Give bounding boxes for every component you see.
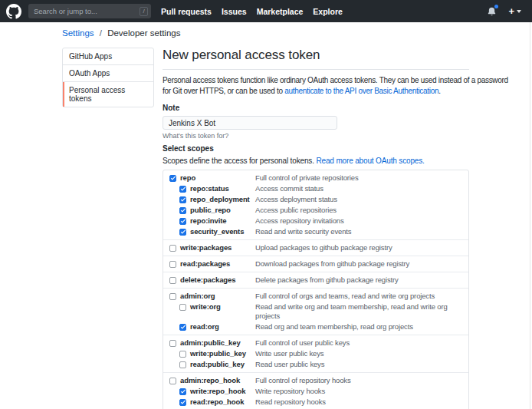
scope-sub-row: write:orgRead and write org and team mem… — [163, 302, 468, 322]
page-right-border — [530, 22, 530, 409]
breadcrumb-separator: / — [100, 28, 102, 38]
scope-description: Delete packages from github package regi… — [255, 275, 468, 285]
scope-label-cell: write:packages — [163, 243, 255, 252]
notifications-button[interactable] — [487, 6, 497, 17]
checkbox-repo[interactable] — [169, 175, 176, 182]
checkbox-admin:repo_hook[interactable] — [169, 378, 176, 384]
scope-name[interactable]: write:repo_hook — [190, 387, 245, 396]
scope-group: admin:repo_hookFull control of repositor… — [163, 372, 468, 409]
checkbox-repo:invite[interactable] — [179, 218, 186, 225]
global-search: / — [28, 4, 151, 18]
main-panel: New personal access token Personal acces… — [163, 48, 469, 409]
checkbox-read:org[interactable] — [179, 324, 186, 331]
checkbox-admin:public_key[interactable] — [169, 340, 176, 347]
scope-sub-row: repo_deploymentAccess deployment status — [163, 194, 468, 205]
scope-sub-row: security_eventsRead and write security e… — [163, 226, 468, 237]
scope-name[interactable]: write:packages — [180, 243, 232, 252]
scope-description: Full control of orgs and teams, read and… — [255, 292, 468, 301]
scope-row: admin:repo_hookFull control of repositor… — [163, 375, 468, 386]
scope-name[interactable]: write:public_key — [190, 349, 246, 358]
scope-name[interactable]: repo:invite — [190, 216, 226, 226]
create-new-dropdown[interactable]: + — [508, 6, 521, 16]
scope-description: Read and write security events — [255, 227, 468, 236]
checkbox-read:packages[interactable] — [169, 261, 176, 268]
checkbox-write:public_key[interactable] — [179, 351, 186, 358]
basic-auth-link[interactable]: authenticate to the API over Basic Authe… — [284, 87, 438, 95]
search-input[interactable] — [34, 7, 140, 15]
oauth-scopes-link[interactable]: Read more about OAuth scopes. — [316, 157, 424, 165]
scope-label-cell: admin:public_key — [163, 338, 255, 348]
nav-explore[interactable]: Explore — [313, 7, 343, 16]
scope-group: delete:packagesDelete packages from gith… — [163, 272, 468, 288]
scope-description: Upload packages to github package regist… — [255, 243, 468, 252]
checkbox-write:packages[interactable] — [169, 245, 176, 252]
scope-description: Download packages from github package re… — [255, 259, 468, 269]
caret-down-icon — [517, 10, 521, 13]
sidebar-item-github-apps[interactable]: GitHub Apps — [63, 48, 153, 65]
scope-sub-row: read:public_keyRead user public keys — [163, 359, 468, 370]
scope-name[interactable]: read:repo_hook — [190, 397, 244, 407]
nav-marketplace[interactable]: Marketplace — [257, 7, 304, 16]
checkbox-admin:org[interactable] — [169, 293, 176, 300]
intro-suffix: . — [438, 87, 440, 95]
scope-name[interactable]: read:public_key — [190, 360, 245, 369]
checkbox-write:org[interactable] — [179, 304, 186, 311]
checkbox-read:public_key[interactable] — [179, 361, 186, 368]
scope-name[interactable]: read:org — [190, 322, 219, 331]
content-area: GitHub Apps OAuth Apps Personal access t… — [62, 48, 469, 409]
scope-name[interactable]: admin:public_key — [180, 338, 241, 348]
sidebar-item-personal-access-tokens[interactable]: Personal access tokens — [63, 82, 153, 107]
scope-row: delete:packagesDelete packages from gith… — [163, 275, 468, 285]
slash-shortcut-key: / — [140, 7, 148, 16]
scope-sub-row: write:public_keyWrite user public keys — [163, 348, 468, 359]
scope-description: Read org and team membership, read org p… — [255, 322, 468, 331]
header-nav: Pull requests Issues Marketplace Explore — [161, 7, 343, 16]
scope-row: admin:orgFull control of orgs and teams,… — [163, 291, 468, 302]
github-logo-icon[interactable] — [6, 4, 21, 19]
scope-description: Read repository hooks — [255, 397, 468, 407]
breadcrumb: Settings / Developer settings — [62, 28, 532, 38]
checkbox-repo_deployment[interactable] — [179, 196, 186, 203]
checkbox-public_repo[interactable] — [179, 207, 186, 214]
plus-icon: + — [508, 6, 514, 16]
scope-sub-row: repo:statusAccess commit status — [163, 183, 468, 194]
scope-row: repoFull control of private repositories — [163, 173, 468, 183]
note-label: Note — [163, 104, 469, 113]
scope-name[interactable]: write:org — [190, 302, 221, 312]
note-input[interactable] — [163, 116, 337, 130]
note-help-text: What's this token for? — [163, 132, 469, 140]
sidebar-item-oauth-apps[interactable]: OAuth Apps — [63, 65, 153, 82]
breadcrumb-settings-link[interactable]: Settings — [62, 28, 94, 38]
settings-sidebar: GitHub Apps OAuth Apps Personal access t… — [62, 48, 154, 107]
scope-name[interactable]: admin:org — [180, 292, 215, 301]
top-navbar: / Pull requests Issues Marketplace Explo… — [0, 0, 532, 22]
scope-row: write:packagesUpload packages to github … — [163, 242, 468, 253]
intro-paragraph: Personal access tokens function like ord… — [163, 75, 511, 96]
checkbox-security_events[interactable] — [179, 229, 186, 236]
notification-dot — [494, 5, 498, 8]
scope-label-cell: admin:repo_hook — [163, 376, 255, 385]
scope-name[interactable]: repo:status — [190, 184, 229, 193]
scope-label-cell: repo_deployment — [163, 195, 255, 204]
scope-label-cell: write:public_key — [163, 349, 255, 358]
nav-issues[interactable]: Issues — [222, 7, 247, 16]
scope-name[interactable]: admin:repo_hook — [180, 376, 240, 385]
scope-name[interactable]: repo — [180, 173, 195, 183]
checkbox-write:repo_hook[interactable] — [179, 388, 186, 395]
scope-row: admin:public_keyFull control of user pub… — [163, 338, 468, 348]
checkbox-repo:status[interactable] — [179, 186, 186, 193]
scope-description: Write user public keys — [255, 349, 468, 358]
scope-label-cell: public_repo — [163, 206, 255, 215]
scope-name[interactable]: repo_deployment — [190, 195, 250, 204]
scope-name[interactable]: security_events — [190, 227, 244, 236]
scope-label-cell: read:public_key — [163, 360, 255, 369]
checkbox-delete:packages[interactable] — [169, 277, 176, 284]
checkbox-read:repo_hook[interactable] — [179, 399, 186, 406]
scope-group: repoFull control of private repositories… — [163, 170, 468, 239]
scope-name[interactable]: read:packages — [180, 259, 230, 269]
scope-name[interactable]: public_repo — [190, 206, 231, 215]
nav-pull-requests[interactable]: Pull requests — [161, 7, 212, 16]
scope-name[interactable]: delete:packages — [180, 275, 235, 285]
scope-description: Full control of private repositories — [255, 173, 468, 183]
scope-sub-row: read:repo_hookRead repository hooks — [163, 397, 468, 407]
